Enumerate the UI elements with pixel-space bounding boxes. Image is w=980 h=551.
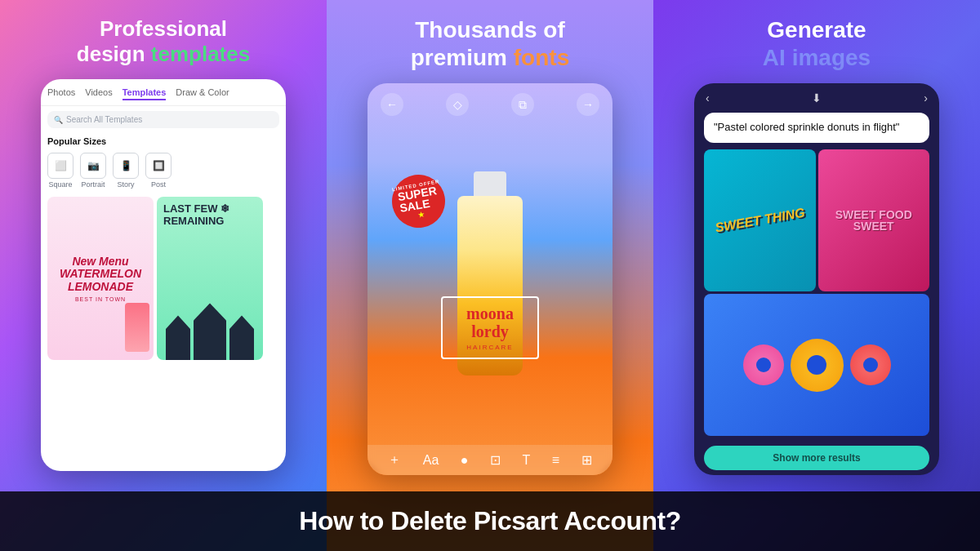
phone-bottom-bar: ＋ Aa ● ⊡ T ≡ ⊞	[368, 445, 612, 475]
circle-icon[interactable]: ●	[461, 453, 469, 468]
panel-1-heading: Professionaldesign templates	[60, 16, 266, 67]
search-placeholder: Search All Templates	[66, 115, 142, 124]
nav-draw[interactable]: Draw & Color	[176, 87, 229, 100]
ai-text-2: SWEET FOOD SWEET	[818, 209, 930, 232]
popular-sizes-label: Popular Sizes	[41, 133, 286, 149]
phone-mockup-3: ‹ ⬇ › "Pastel colored sprinkle donuts in…	[694, 83, 939, 475]
bottle-cap	[474, 171, 506, 196]
show-more-button[interactable]: Show more results	[704, 446, 929, 470]
ai-image-donuts[interactable]	[704, 294, 929, 436]
story-icon: 📱	[113, 153, 139, 179]
house-shapes	[157, 278, 263, 360]
size-post[interactable]: 🔲 Post	[145, 153, 172, 189]
plus-icon[interactable]: ＋	[388, 451, 401, 469]
panel-1: Professionaldesign templates Photos Vide…	[0, 0, 327, 551]
size-portrait[interactable]: 📷 Portrait	[80, 153, 106, 189]
bottle-shape: moona lordy HAIRCARE	[457, 196, 523, 375]
watermelon-subtitle: BEST IN TOWN	[75, 296, 126, 302]
portrait-icon: 📷	[80, 153, 106, 179]
ai-image-sweet-thing[interactable]: SWEET THING	[704, 149, 816, 291]
search-icon: 🔍	[54, 116, 63, 124]
templates-grid: New MenuWATERMELONLEMONADE BEST IN TOWN …	[41, 192, 286, 365]
ai-image-sweet-food[interactable]: SWEET FOOD SWEET	[818, 149, 930, 291]
bottle-sub: HAIRCARE	[449, 344, 531, 351]
sale-badge-main: SUPERSALE	[397, 184, 439, 214]
donut-2	[791, 339, 844, 392]
back-button[interactable]: ←	[381, 93, 403, 116]
size-square[interactable]: ⬜ Square	[47, 153, 74, 189]
phone-nav: Photos Videos Templates Draw & Color	[41, 79, 286, 106]
post-label: Post	[151, 180, 166, 189]
bottle-brand: moona lordy	[449, 304, 531, 340]
diamond-icon[interactable]: ◇	[446, 93, 469, 116]
bottom-banner-text: How to Delete Picsart Account?	[33, 506, 947, 536]
list-icon[interactable]: ≡	[552, 453, 559, 468]
phone-top-bar: ← ◇ ⧉ →	[368, 83, 612, 126]
phone3-download[interactable]: ⬇	[812, 91, 822, 104]
panel-2: Thousands ofpremium fonts ← ◇ ⧉ → LIMITE…	[327, 0, 653, 551]
panel-2-heading: Thousands ofpremium fonts	[394, 16, 586, 71]
main-container: Professionaldesign templates Photos Vide…	[0, 0, 980, 551]
house-small	[166, 315, 190, 360]
donut-3	[850, 344, 891, 385]
panel-2-highlight: fonts	[514, 45, 569, 70]
prompt-bubble: "Pastel colored sprinkle donuts in fligh…	[704, 113, 929, 143]
phone3-forward[interactable]: ›	[924, 91, 928, 104]
phone3-top-bar: ‹ ⬇ ›	[694, 83, 939, 113]
template-card-remaining[interactable]: LAST FEW ❄REMAINING	[157, 197, 263, 360]
search-bar[interactable]: 🔍 Search All Templates	[47, 111, 279, 128]
text-icon[interactable]: Aa	[423, 453, 439, 468]
drink-decoration	[125, 303, 149, 352]
panel-3-heading: GenerateAI images	[746, 16, 887, 71]
remaining-title: LAST FEW ❄REMAINING	[163, 203, 229, 227]
type-icon[interactable]: T	[523, 453, 531, 468]
forward-button[interactable]: →	[577, 93, 599, 116]
donut-1	[743, 344, 784, 385]
text-box-icon[interactable]: ⊡	[490, 452, 501, 468]
phone-mockup-1: Photos Videos Templates Draw & Color 🔍 S…	[41, 79, 286, 471]
portrait-label: Portrait	[81, 180, 105, 189]
panel-3: GenerateAI images ‹ ⬇ › "Pastel colored …	[653, 0, 980, 551]
donut-visual	[743, 339, 891, 392]
panel-3-highlight: AI images	[763, 45, 871, 70]
house-small-2	[229, 315, 254, 360]
grid-icon[interactable]: ⊞	[581, 452, 592, 468]
bottle-container: LIMITED OFFER SUPERSALE ★ moona lordy HA…	[368, 126, 612, 445]
watermelon-title: New MenuWATERMELONLEMONADE	[60, 256, 141, 293]
nav-videos[interactable]: Videos	[85, 87, 112, 100]
bottom-banner: How to Delete Picsart Account?	[0, 491, 980, 551]
layers-icon[interactable]: ⧉	[511, 93, 534, 116]
nav-templates[interactable]: Templates	[122, 87, 167, 100]
post-icon: 🔲	[145, 153, 172, 179]
house-large	[194, 303, 226, 360]
panel-1-highlight: templates	[151, 42, 250, 66]
ai-text-1: SWEET THING	[714, 207, 805, 235]
template-card-watermelon[interactable]: New MenuWATERMELONLEMONADE BEST IN TOWN	[47, 197, 154, 360]
size-story[interactable]: 📱 Story	[113, 153, 139, 189]
size-icons: ⬜ Square 📷 Portrait 📱 Story 🔲 Post	[41, 149, 286, 192]
bottle-label: moona lordy HAIRCARE	[441, 296, 539, 359]
square-label: Square	[48, 180, 72, 189]
nav-photos[interactable]: Photos	[47, 87, 75, 100]
sale-badge: LIMITED OFFER SUPERSALE ★	[388, 171, 449, 232]
phone3-back[interactable]: ‹	[706, 91, 710, 104]
square-icon: ⬜	[47, 153, 74, 179]
ai-grid: SWEET THING SWEET FOOD SWEET	[694, 143, 939, 441]
story-label: Story	[117, 180, 134, 189]
phone-mockup-2: ← ◇ ⧉ → LIMITED OFFER SUPERSALE ★ moona …	[368, 83, 612, 475]
